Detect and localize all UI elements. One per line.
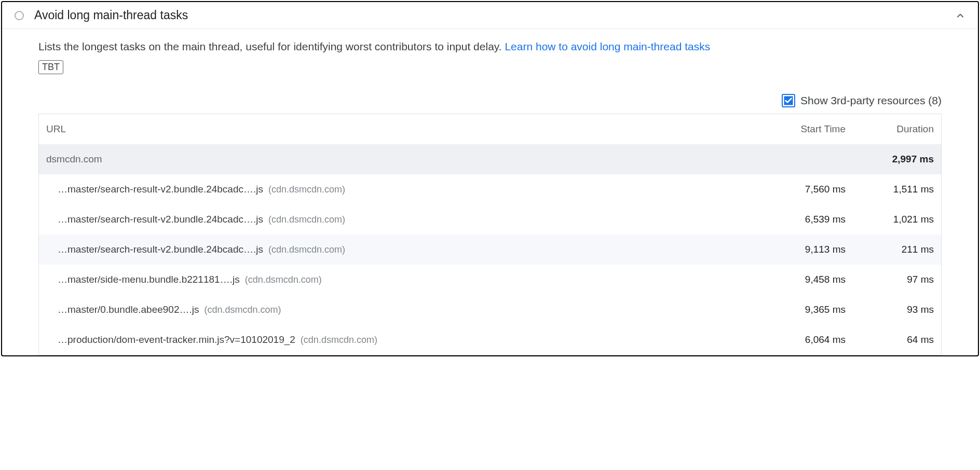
row-path: …production/dom-event-tracker.min.js?v=1… [58,334,295,345]
row-duration: 1,511 ms [846,184,934,195]
table-header: URL Start Time Duration [39,114,941,144]
row-start-time: 9,365 ms [757,304,846,315]
col-duration: Duration [846,123,934,135]
row-host: (cdn.dsmcdn.com) [301,335,377,345]
row-start-time: 6,539 ms [757,214,846,225]
table-row[interactable]: …master/search-result-v2.bundle.24bcadc…… [39,174,941,204]
row-path: …master/search-result-v2.bundle.24bcadc…… [58,244,263,255]
row-duration: 1,021 ms [846,214,934,225]
audit-header[interactable]: Avoid long main-thread tasks [2,2,978,29]
table-group-row[interactable]: dsmcdn.com 2,997 ms [39,144,941,174]
row-duration: 97 ms [846,274,934,285]
tasks-table: URL Start Time Duration dsmcdn.com 2,997… [38,114,942,355]
row-host: (cdn.dsmcdn.com) [268,184,345,195]
row-duration: 64 ms [846,334,934,345]
group-total-duration: 2,997 ms [846,154,934,165]
row-host: (cdn.dsmcdn.com) [268,214,345,225]
audit-description: Lists the longest tasks on the main thre… [38,38,942,55]
metric-badge-tbt: TBT [38,60,63,74]
third-party-checkbox[interactable] [782,94,795,107]
third-party-label: Show 3rd-party resources (8) [800,94,942,107]
row-path: …master/0.bundle.abee902….js [58,304,199,315]
col-url: URL [46,123,757,135]
status-indicator-icon [15,11,24,20]
audit-description-text: Lists the longest tasks on the main thre… [38,40,505,52]
table-row[interactable]: …master/0.bundle.abee902….js (cdn.dsmcdn… [39,295,941,325]
table-row[interactable]: …master/search-result-v2.bundle.24bcadc…… [39,234,941,265]
audit-body: Lists the longest tasks on the main thre… [2,29,978,355]
row-duration: 93 ms [846,304,934,315]
third-party-toggle-row: Show 3rd-party resources (8) [38,94,942,107]
row-path: …master/search-result-v2.bundle.24bcadc…… [58,184,263,195]
col-start-time: Start Time [757,123,846,135]
row-host: (cdn.dsmcdn.com) [245,274,322,285]
table-row[interactable]: …master/side-menu.bundle.b221181….js (cd… [39,265,941,295]
row-start-time: 9,113 ms [757,244,846,255]
row-path: …master/search-result-v2.bundle.24bcadc…… [58,214,263,225]
group-host: dsmcdn.com [46,154,757,165]
chevron-up-icon [955,10,965,21]
row-duration: 211 ms [846,244,934,255]
row-host: (cdn.dsmcdn.com) [268,244,345,255]
audit-panel: Avoid long main-thread tasks Lists the l… [1,1,979,356]
audit-title: Avoid long main-thread tasks [34,8,945,22]
row-host: (cdn.dsmcdn.com) [205,305,281,315]
table-row[interactable]: …production/dom-event-tracker.min.js?v=1… [39,325,941,355]
row-start-time: 9,458 ms [757,274,846,285]
row-start-time: 7,560 ms [757,184,846,195]
row-start-time: 6,064 ms [757,334,846,345]
row-path: …master/side-menu.bundle.b221181….js [58,274,240,285]
table-row[interactable]: …master/search-result-v2.bundle.24bcadc…… [39,204,941,234]
learn-more-link[interactable]: Learn how to avoid long main-thread task… [505,40,710,52]
